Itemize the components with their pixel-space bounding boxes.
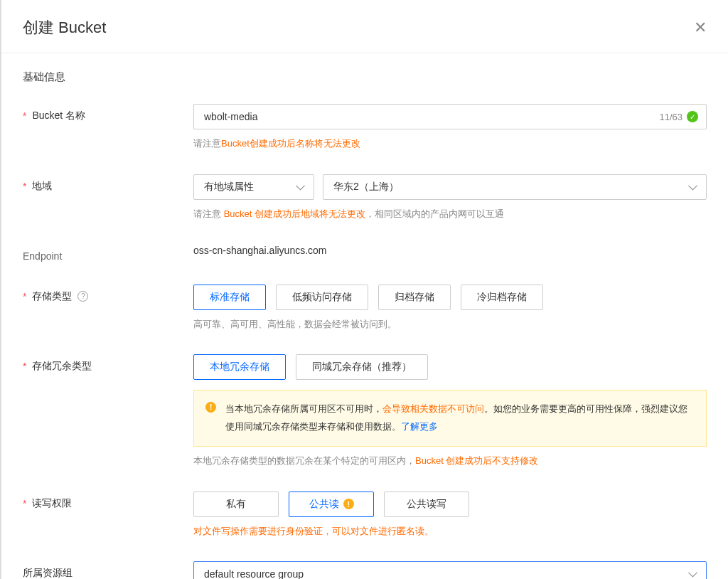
field-region: 有地域属性 华东2（上海） 请注意 Bucket 创建成功后地域将无法更改，相同… (193, 174, 707, 222)
redundancy-note: 本地冗余存储类型的数据冗余在某个特定的可用区内，Bucket 创建成功后不支持修… (193, 454, 707, 469)
dialog-title: 创建 Bucket (23, 17, 106, 38)
create-bucket-dialog: 创建 Bucket ✕ 基础信息 Bucket 名称 11/63 ✓ 请注意Bu… (0, 0, 728, 579)
warning-icon: ! (343, 499, 354, 509)
acl-options: 私有 公共读 ! 公共读写 (193, 492, 707, 517)
acl-desc: 对文件写操作需要进行身份验证，可以对文件进行匿名读。 (193, 524, 707, 539)
close-icon[interactable]: ✕ (694, 18, 707, 37)
field-resource-group: default resource group (193, 561, 707, 579)
warning-icon: ! (205, 402, 216, 413)
field-bucket-name: 11/63 ✓ 请注意Bucket创建成功后名称将无法更改 (193, 104, 707, 152)
label-storage-type: 存储类型 ? (23, 285, 193, 303)
label-bucket-name: Bucket 名称 (23, 104, 193, 122)
row-bucket-name: Bucket 名称 11/63 ✓ 请注意Bucket创建成功后名称将无法更改 (23, 104, 707, 152)
region-note: 请注意 Bucket 创建成功后地域将无法更改，相同区域内的产品内网可以互通 (193, 207, 707, 222)
label-region: 地域 (23, 174, 193, 193)
redundancy-options: 本地冗余存储 同城冗余存储（推荐） (193, 354, 707, 380)
row-resource-group: 所属资源组 default resource group (23, 561, 707, 579)
acl-publicrw[interactable]: 公共读写 (384, 492, 469, 517)
redundancy-alert: ! 当本地冗余存储所属可用区不可用时，会导致相关数据不可访问。如您的业务需要更高… (193, 390, 707, 446)
label-acl: 读写权限 (23, 492, 193, 510)
storage-type-coldarchive[interactable]: 冷归档存储 (461, 285, 543, 310)
field-redundancy: 本地冗余存储 同城冗余存储（推荐） ! 当本地冗余存储所属可用区不可用时，会导致… (193, 354, 707, 468)
label-redundancy: 存储冗余类型 (23, 354, 193, 373)
region-attr-select[interactable]: 有地域属性 (193, 174, 314, 200)
bucket-name-note: 请注意Bucket创建成功后名称将无法更改 (193, 137, 707, 152)
storage-type-archive[interactable]: 归档存储 (378, 285, 451, 310)
endpoint-value: oss-cn-shanghai.aliyuncs.com (193, 245, 707, 256)
field-endpoint: oss-cn-shanghai.aliyuncs.com (193, 245, 707, 256)
help-icon[interactable]: ? (77, 291, 88, 302)
row-redundancy: 存储冗余类型 本地冗余存储 同城冗余存储（推荐） ! 当本地冗余存储所属可用区不… (23, 354, 707, 468)
storage-type-desc: 高可靠、高可用、高性能，数据会经常被访问到。 (193, 317, 707, 332)
dialog-header: 创建 Bucket ✕ (1, 0, 728, 53)
bucket-name-counter: 11/63 ✓ (659, 111, 698, 122)
redundancy-zrs[interactable]: 同城冗余存储（推荐） (296, 354, 428, 380)
storage-type-standard[interactable]: 标准存储 (193, 285, 266, 310)
label-resource-group: 所属资源组 (23, 561, 193, 579)
resource-group-select[interactable]: default resource group (193, 561, 707, 579)
acl-publicread[interactable]: 公共读 ! (289, 492, 374, 517)
bucket-name-input[interactable] (193, 104, 707, 129)
row-acl: 读写权限 私有 公共读 ! 公共读写 对文件写操作需要进行身份验证，可以对文件进… (23, 492, 707, 539)
check-icon: ✓ (687, 111, 698, 122)
region-select[interactable]: 华东2（上海） (323, 174, 707, 200)
row-storage-type: 存储类型 ? 标准存储 低频访问存储 归档存储 冷归档存储 高可靠、高可用、高性… (23, 285, 707, 332)
learn-more-link[interactable]: 了解更多 (401, 421, 438, 432)
row-region: 地域 有地域属性 华东2（上海） 请注意 Bucket 创建成功后地域将无法更改… (23, 174, 707, 222)
dialog-content: 基础信息 Bucket 名称 11/63 ✓ 请注意Bucket创建成功后名称将… (1, 53, 728, 579)
storage-type-ia[interactable]: 低频访问存储 (276, 285, 368, 310)
field-storage-type: 标准存储 低频访问存储 归档存储 冷归档存储 高可靠、高可用、高性能，数据会经常… (193, 285, 707, 332)
row-endpoint: Endpoint oss-cn-shanghai.aliyuncs.com (23, 245, 707, 262)
field-acl: 私有 公共读 ! 公共读写 对文件写操作需要进行身份验证，可以对文件进行匿名读。 (193, 492, 707, 539)
acl-private[interactable]: 私有 (193, 492, 279, 517)
redundancy-lrs[interactable]: 本地冗余存储 (193, 354, 286, 380)
section-title: 基础信息 (23, 70, 707, 84)
storage-type-options: 标准存储 低频访问存储 归档存储 冷归档存储 (193, 285, 707, 310)
label-endpoint: Endpoint (23, 245, 193, 262)
